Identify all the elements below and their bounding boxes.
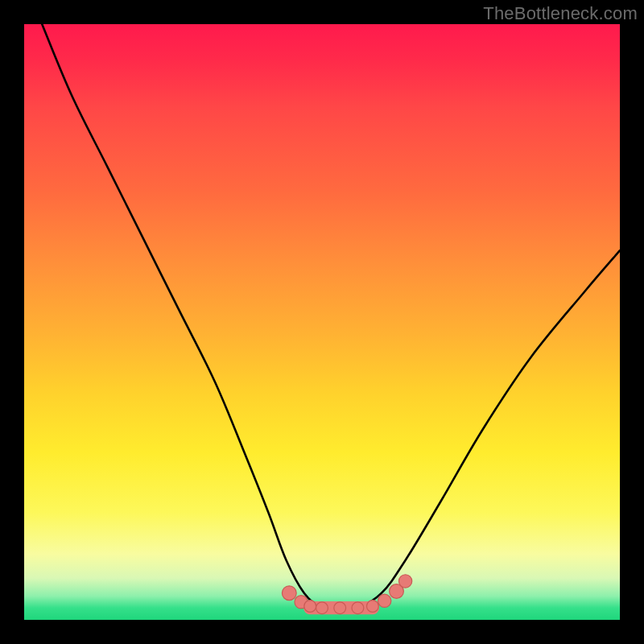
trough-marker — [334, 602, 346, 614]
watermark-text: TheBottleneck.com — [483, 3, 638, 24]
trough-marker — [378, 594, 391, 607]
trough-marker — [304, 601, 316, 613]
chart-svg — [24, 24, 620, 620]
trough-marker — [398, 575, 411, 588]
trough-marker — [352, 602, 364, 614]
chart-plot-area — [24, 24, 620, 620]
trough-marker — [367, 601, 379, 613]
trough-marker — [282, 586, 296, 601]
trough-marker — [316, 602, 328, 614]
bottleneck-curve — [42, 24, 620, 609]
chart-frame: TheBottleneck.com — [0, 0, 644, 644]
